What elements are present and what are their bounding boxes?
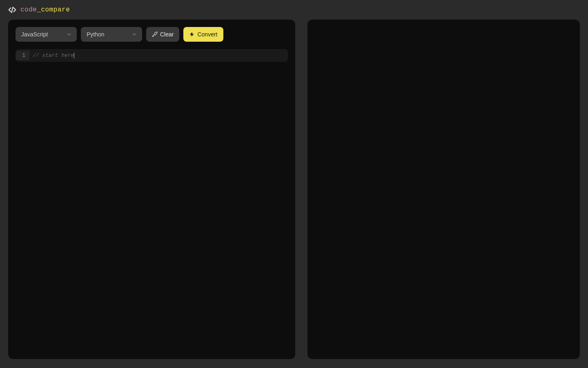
svg-line-0 bbox=[11, 7, 13, 12]
app-header: code_compare bbox=[0, 0, 588, 20]
logo-word-compare: compare bbox=[41, 6, 70, 13]
code-editor[interactable]: 1 // start here bbox=[16, 49, 288, 62]
line-gutter: 1 bbox=[16, 51, 29, 60]
code-icon bbox=[8, 6, 16, 14]
source-language-label: JavaScript bbox=[21, 31, 48, 38]
logo-word-code: code bbox=[20, 6, 37, 13]
line-number: 1 bbox=[22, 52, 25, 58]
toolbar: JavaScript Python bbox=[16, 27, 288, 42]
input-panel: JavaScript Python bbox=[8, 20, 295, 359]
lightning-icon bbox=[189, 31, 195, 37]
app-title: code_compare bbox=[20, 6, 70, 13]
source-language-select[interactable]: JavaScript bbox=[16, 27, 77, 42]
target-language-label: Python bbox=[87, 31, 105, 38]
output-panel bbox=[307, 20, 580, 359]
convert-button[interactable]: Convert bbox=[183, 27, 223, 42]
chevron-down-icon bbox=[131, 31, 137, 37]
text-cursor bbox=[74, 53, 74, 58]
clear-button-label: Clear bbox=[160, 31, 174, 38]
editor-placeholder: // start here bbox=[33, 52, 74, 58]
main-content: JavaScript Python bbox=[0, 20, 588, 367]
code-content[interactable]: // start here bbox=[29, 51, 288, 60]
convert-button-label: Convert bbox=[197, 31, 217, 38]
chevron-down-icon bbox=[66, 31, 72, 37]
clear-button[interactable]: Clear bbox=[146, 27, 179, 42]
target-language-select[interactable]: Python bbox=[81, 27, 142, 42]
rocket-icon bbox=[152, 31, 158, 37]
logo-underscore: _ bbox=[37, 6, 41, 13]
